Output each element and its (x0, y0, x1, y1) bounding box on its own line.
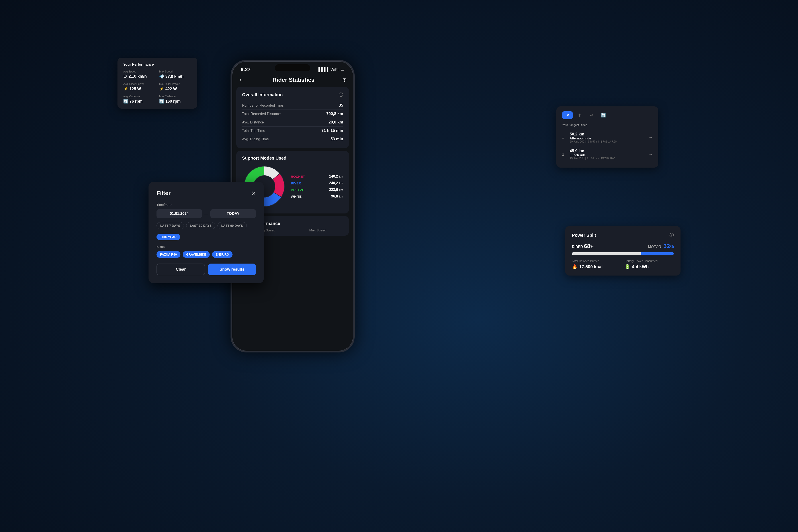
rider-pct: RIDER 68% (572, 243, 594, 250)
avg-speed-value: ⏱ 21,0 km/h (123, 74, 156, 79)
status-icons: ▐▐▐▐ WiFi ▭ (317, 67, 344, 72)
chip-last30[interactable]: LAST 30 DAYS (186, 222, 215, 229)
time-chips-row2: THIS YEAR (156, 234, 256, 240)
legend-name-rocket: ROCKET (291, 175, 305, 178)
max-cadence-icon: 🔄 (159, 99, 164, 104)
calories-stat: Total Calories Burned 🔥 17.500 kcal (572, 259, 621, 269)
ride-name-2: Lunch ride (570, 153, 646, 157)
ride-meta-1: 20 June 2023 | 3 h 57 min | FAZUA R60 (570, 140, 646, 143)
filter-top: Filter ✕ (156, 190, 256, 197)
back-button[interactable]: ← (239, 76, 245, 83)
status-bar: 9:27 ▐▐▐▐ WiFi ▭ (232, 61, 353, 75)
max-speed-header: Max Speed (309, 228, 326, 232)
stat-label-0: Number of Recorded Trips (242, 103, 284, 108)
max-speed-cell: Max Speed 💨 37,0 km/h (159, 70, 191, 79)
tab-refresh[interactable]: 🔄 (598, 111, 609, 119)
max-power-label: Max Rider Power (159, 82, 191, 86)
legend-breeze: BREEZE 223,6 km (291, 188, 343, 192)
max-cadence-label: Max Cadence (159, 95, 191, 98)
bikes-label: Bikes (156, 245, 256, 248)
stat-row-1: Total Recorded Distance 700,8 km (242, 110, 343, 118)
power-bar-motor (641, 252, 674, 255)
page-title: Rider Statistics (245, 76, 342, 83)
stat-value-2: 20,0 km (328, 120, 343, 125)
bikes-chips-row: FAZUA R60 GRAVELBIKE ENDURO (156, 251, 256, 258)
power-split-header: Power Split ⓘ (572, 232, 674, 238)
stat-value-0: 35 (339, 103, 343, 108)
motor-pct: MOTOR 32% (648, 243, 674, 250)
calories-icon: 🔥 (572, 264, 577, 269)
calories-value: 🔥 17.500 kcal (572, 264, 621, 269)
overall-info-card: Overall Information ⓘ Number of Recorded… (236, 87, 349, 148)
max-speed-value: 💨 37,0 km/h (159, 74, 191, 79)
chip-thisyear[interactable]: THIS YEAR (156, 234, 180, 240)
perf-stats-grid: Avg Speed ⏱ 21,0 km/h Max Speed 💨 37,0 k… (123, 70, 191, 104)
power-bar-rider (572, 252, 641, 255)
battery-label: Battery Power Consumed (625, 259, 674, 263)
date-from-input[interactable]: 01.01.2024 (156, 209, 202, 218)
max-power-cell: Max Rider Power ⚡ 422 W (159, 82, 191, 91)
ride-item-2[interactable]: 2 45,9 km Lunch ride 15 Jan 2024 | 2 h 1… (562, 146, 652, 163)
rides-label: Your Longest Rides (562, 123, 652, 127)
overall-header: Overall Information ⓘ (242, 92, 343, 98)
tab-elevation[interactable]: ⬆ (574, 111, 585, 119)
avg-cadence-label: Avg. Cadence (123, 95, 156, 98)
power-info-icon[interactable]: ⓘ (669, 232, 674, 238)
timeframe-label: Timeframe (156, 203, 256, 207)
chip-gravelbike[interactable]: GRAVELBIKE (183, 251, 210, 258)
stat-label-2: Avg. Distance (242, 120, 264, 125)
stat-row-2: Avg. Distance 20,0 km (242, 118, 343, 127)
filter-icon[interactable]: ⊜ (342, 77, 347, 83)
avg-power-value: ⚡ 125 W (123, 87, 156, 91)
power-stats: Total Calories Burned 🔥 17.500 kcal Batt… (572, 259, 674, 269)
show-results-button[interactable]: Show results (208, 264, 256, 275)
max-speed-icon: 💨 (159, 74, 164, 79)
date-row: 01.01.2024 — TODAY (156, 209, 256, 218)
stat-label-4: Avg. Riding Time (242, 137, 269, 141)
chip-fazua[interactable]: FAZUA R60 (156, 251, 180, 258)
legend-val-white: 96,8 km (331, 194, 343, 198)
max-speed-label: Max Speed (159, 70, 191, 73)
wifi-icon: WiFi (330, 68, 339, 72)
tab-return[interactable]: ↩ (586, 111, 597, 119)
tab-longest[interactable]: ↗ (562, 111, 573, 119)
support-legend: ROCKET 140,2 km RIVER 240,2 km BREEZE 22… (291, 174, 343, 198)
legend-val-rocket: 140,2 km (329, 174, 343, 178)
phone-time: 9:27 (241, 67, 250, 73)
max-cadence-cell: Max Cadence 🔄 160 rpm (159, 95, 191, 104)
legend-name-river: RIVER (291, 181, 301, 185)
max-cadence-value: 🔄 160 rpm (159, 99, 191, 104)
ride-num-1: 1 (562, 136, 567, 139)
clear-button[interactable]: Clear (156, 264, 205, 275)
ride-dist-2: 45,9 km (570, 149, 646, 153)
power-pct-row: RIDER 68% MOTOR 32% (572, 243, 674, 250)
avg-speed-label: Avg Speed (123, 70, 156, 73)
ride-item-1[interactable]: 1 50,2 km Afternoon ride 20 June 2023 | … (562, 129, 652, 146)
chip-last90[interactable]: LAST 90 DAYS (217, 222, 247, 229)
legend-val-river: 240,2 km (329, 181, 343, 185)
power-bar (572, 252, 674, 255)
avg-speed-cell: Avg Speed ⏱ 21,0 km/h (123, 70, 156, 79)
ride-num-2: 2 (562, 153, 567, 156)
legend-name-white: WHITE (291, 195, 302, 198)
avg-power-label: Avg. Rider Power (123, 82, 156, 86)
info-icon[interactable]: ⓘ (339, 92, 343, 98)
date-dash: — (204, 211, 208, 216)
support-title: Support Modes Used (242, 156, 286, 161)
performance-widget: Your Performance Avg Speed ⏱ 21,0 km/h M… (117, 58, 197, 109)
stat-value-4: 53 min (330, 137, 343, 141)
rides-widget: ↗ ⬆ ↩ 🔄 Your Longest Rides 1 50,2 km Aft… (556, 107, 658, 168)
chip-last7[interactable]: LAST 7 DAYS (156, 222, 184, 229)
ride-meta-2: 15 Jan 2024 | 2 h 14 min | FAZUA R60 (570, 157, 646, 160)
stat-row-4: Avg. Riding Time 53 min (242, 135, 343, 143)
rides-tabs: ↗ ⬆ ↩ 🔄 (562, 111, 652, 119)
chip-enduro[interactable]: ENDURO (212, 251, 232, 258)
avg-power-icon: ⚡ (123, 87, 128, 91)
legend-name-breeze: BREEZE (291, 188, 304, 192)
avg-cadence-cell: Avg. Cadence 🔄 76 rpm (123, 95, 156, 104)
max-power-value: ⚡ 422 W (159, 87, 191, 91)
date-to-input[interactable]: TODAY (210, 209, 256, 218)
stat-label-1: Total Recorded Distance (242, 112, 281, 116)
filter-close-button[interactable]: ✕ (251, 190, 256, 196)
battery-icon: ▭ (341, 67, 344, 72)
